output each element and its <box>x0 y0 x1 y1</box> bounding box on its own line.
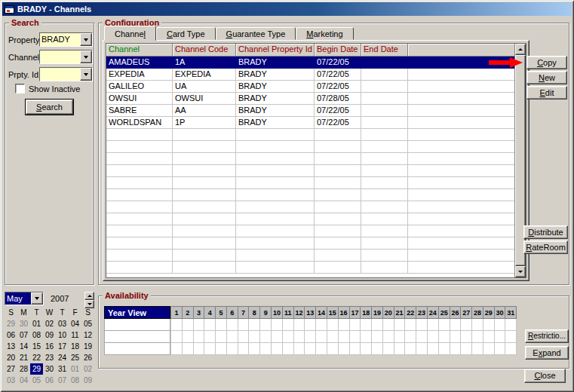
table-row[interactable]: AMADEUS1ABRADY07/22/05 <box>106 57 514 69</box>
availability-cell[interactable] <box>350 319 361 331</box>
availability-cell[interactable] <box>249 331 260 343</box>
availability-cell[interactable] <box>372 331 383 343</box>
calendar-day[interactable]: 30 <box>43 363 56 375</box>
prpty-id-combo[interactable] <box>39 67 93 81</box>
availability-cell[interactable] <box>204 331 216 343</box>
calendar-day[interactable]: 05 <box>81 318 94 329</box>
availability-cell[interactable] <box>472 343 483 355</box>
availability-cell[interactable] <box>383 319 394 331</box>
column-header-begin-date[interactable]: Begin Date <box>315 44 361 57</box>
availability-cell[interactable] <box>249 319 260 331</box>
availability-cell[interactable] <box>372 343 383 355</box>
availability-cell[interactable] <box>350 343 361 355</box>
availability-cell[interactable] <box>283 319 294 331</box>
distribute-button[interactable]: Distribute <box>523 225 568 239</box>
calendar-day[interactable]: 24 <box>56 352 69 363</box>
availability-cell[interactable] <box>238 319 250 331</box>
calendar-day[interactable]: 04 <box>69 318 81 329</box>
availability-cell[interactable] <box>170 331 183 343</box>
availability-cell[interactable] <box>216 343 227 355</box>
table-row[interactable]: EXPEDIAEXPEDIABRADY07/22/05 <box>106 69 514 81</box>
availability-cell[interactable] <box>294 319 305 331</box>
channel-combo[interactable] <box>39 50 93 64</box>
calendar-day[interactable]: 11 <box>69 329 81 341</box>
availability-cell[interactable] <box>294 343 305 355</box>
calendar-day[interactable]: 18 <box>69 341 81 352</box>
availability-cell[interactable] <box>339 343 350 355</box>
expand-button[interactable]: Expand <box>525 346 569 360</box>
availability-cell[interactable] <box>260 319 272 331</box>
scroll-down-button[interactable] <box>515 266 526 277</box>
availability-cell[interactable] <box>495 331 506 343</box>
availability-cell[interactable] <box>238 343 250 355</box>
calendar-day[interactable]: 17 <box>56 341 69 352</box>
availability-cell[interactable] <box>361 331 372 343</box>
tab-card-type[interactable]: Card Type <box>156 27 216 40</box>
availability-cell[interactable] <box>216 331 227 343</box>
new-button[interactable]: New <box>526 71 567 84</box>
availability-cell[interactable] <box>405 319 416 331</box>
availability-cell[interactable] <box>316 331 327 343</box>
tab-channel[interactable]: Channel <box>104 26 156 41</box>
availability-cell[interactable] <box>428 343 439 355</box>
calendar-day[interactable]: 22 <box>30 352 43 363</box>
table-row[interactable]: GALILEOUABRADY07/22/05 <box>106 81 514 93</box>
calendar-day[interactable]: 12 <box>81 329 94 341</box>
availability-cell[interactable] <box>472 331 483 343</box>
availability-cell[interactable] <box>170 343 183 355</box>
edit-button[interactable]: Edit <box>526 86 567 100</box>
availability-cell[interactable] <box>428 331 439 343</box>
calendar-day[interactable]: 06 <box>43 375 56 386</box>
calendar-day[interactable]: 13 <box>5 341 17 352</box>
availability-cell[interactable] <box>204 343 216 355</box>
availability-cell[interactable] <box>194 319 205 331</box>
availability-cell[interactable] <box>505 343 517 355</box>
close-button[interactable]: Close <box>524 369 566 383</box>
calendar-day[interactable]: 02 <box>43 318 56 329</box>
availability-cell[interactable] <box>394 319 406 331</box>
calendar-day[interactable]: 20 <box>5 352 17 363</box>
availability-cell[interactable] <box>405 331 416 343</box>
availability-cell[interactable] <box>428 319 439 331</box>
availability-cell[interactable] <box>305 319 316 331</box>
calendar-day[interactable]: 28 <box>17 363 30 375</box>
calendar-day[interactable]: 03 <box>5 375 17 386</box>
availability-cell[interactable] <box>505 319 517 331</box>
availability-cell[interactable] <box>461 331 472 343</box>
year-spinner[interactable] <box>84 292 94 305</box>
column-header-channel-property-id[interactable]: Channel Property Id <box>236 44 315 57</box>
calendar-day[interactable]: 08 <box>30 329 43 341</box>
availability-cell[interactable] <box>483 343 495 355</box>
availability-cell[interactable] <box>327 319 339 331</box>
property-combo[interactable]: BRADY <box>39 32 93 47</box>
availability-cell[interactable] <box>260 343 272 355</box>
availability-cell[interactable] <box>505 331 517 343</box>
calendar-day[interactable]: 16 <box>43 341 56 352</box>
calendar-day[interactable]: 01 <box>30 318 43 329</box>
availability-cell[interactable] <box>316 319 327 331</box>
availability-cell[interactable] <box>170 319 183 331</box>
copy-button[interactable]: Copy <box>526 56 567 69</box>
availability-cell[interactable] <box>316 343 327 355</box>
availability-cell[interactable] <box>405 343 416 355</box>
search-button[interactable]: Search <box>26 100 73 115</box>
rateroom-button[interactable]: RateRoom <box>523 240 568 254</box>
calendar-day[interactable]: 06 <box>5 329 17 341</box>
calendar-day[interactable]: 05 <box>30 375 43 386</box>
prpty-id-dropdown-button[interactable] <box>80 68 92 81</box>
property-dropdown-button[interactable] <box>80 33 92 46</box>
availability-cell[interactable] <box>227 331 238 343</box>
calendar-day[interactable]: 03 <box>56 318 69 329</box>
column-header-channel[interactable]: Channel <box>106 44 173 57</box>
availability-cell[interactable] <box>305 331 316 343</box>
calendar-day[interactable]: 04 <box>17 375 30 386</box>
tab-guarantee-type[interactable]: Guarantee Type <box>216 27 296 40</box>
availability-cell[interactable] <box>461 343 472 355</box>
availability-cell[interactable] <box>439 343 450 355</box>
scroll-up-button[interactable] <box>515 44 526 55</box>
month-dropdown-button[interactable] <box>31 292 43 305</box>
availability-cell[interactable] <box>394 343 406 355</box>
availability-cell[interactable] <box>350 331 361 343</box>
calendar-day[interactable]: 29 <box>5 318 17 329</box>
availability-cell[interactable] <box>272 331 283 343</box>
